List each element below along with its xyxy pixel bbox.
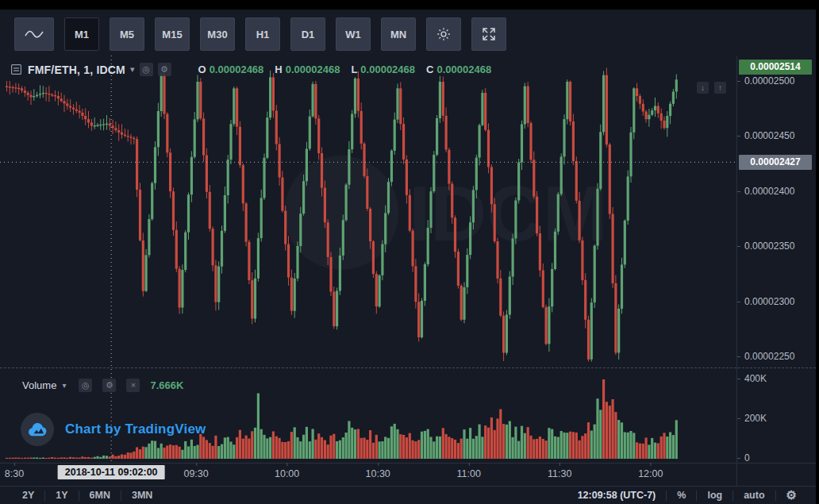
interval-button-d1[interactable]: D1 <box>290 17 325 51</box>
interval-button-mn[interactable]: MN <box>381 17 416 51</box>
percent-scale-button[interactable]: % <box>667 490 696 501</box>
pane-up-button[interactable]: ↑ <box>714 82 726 94</box>
tradingview-attribution: Chart by TradingView <box>21 413 206 446</box>
time-tick: 11:00 <box>457 468 481 479</box>
close-key: C <box>426 63 433 75</box>
interval-button-m1[interactable]: M1 <box>64 17 99 51</box>
price-tick: 0.00002400 <box>744 186 794 197</box>
range-button-1y[interactable]: 1Y <box>45 490 78 501</box>
price-tick: 0.00002500 <box>744 75 794 87</box>
bottom-gear-icon[interactable]: ⚙ <box>776 488 797 502</box>
line-chart-icon <box>24 29 44 40</box>
interval-button-m15[interactable]: M15 <box>155 17 190 51</box>
chart-settings-button[interactable] <box>426 17 461 51</box>
pane-down-button[interactable]: ↓ <box>697 82 709 94</box>
scale-controls: 12:09:58 (UTC-7) % log auto ⚙ <box>578 488 797 502</box>
price-tick: 0.00002300 <box>744 296 794 307</box>
time-tick: 11:30 <box>548 468 571 479</box>
symbol-dropdown-caret[interactable]: ▾ <box>130 64 135 75</box>
volume-dropdown-caret[interactable]: ▾ <box>62 381 66 390</box>
hide-series-icon[interactable]: ◎ <box>140 63 153 76</box>
high-value: 0.00002468 <box>286 63 340 75</box>
symbol-title[interactable]: FMF/ETH, 1, IDCM <box>28 63 125 76</box>
time-tick: 10:30 <box>366 468 390 479</box>
price-tick: 0.00002250 <box>744 351 794 362</box>
range-buttons: 2Y 1Y 6MN 3MN <box>22 490 163 501</box>
time-axis-separator <box>0 463 816 464</box>
open-key: O <box>198 63 206 75</box>
line-chart-style-button[interactable] <box>14 17 54 51</box>
range-button-3mn[interactable]: 3MN <box>121 490 163 501</box>
range-button-2y[interactable]: 2Y <box>22 490 44 501</box>
interval-button-m30[interactable]: M30 <box>200 17 235 51</box>
volume-settings-icon[interactable]: ⚙ <box>102 379 116 392</box>
time-tick: 10:00 <box>275 468 299 479</box>
range-button-6mn[interactable]: 6MN <box>79 490 121 501</box>
volume-close-icon[interactable]: × <box>126 379 140 392</box>
tradingview-attribution-link[interactable]: Chart by TradingView <box>65 421 206 437</box>
close-value: 0.00002468 <box>436 63 491 75</box>
ohlc-readout: O 0.00002468 H 0.00002468 L 0.00002468 C… <box>187 63 492 75</box>
log-scale-button[interactable]: log <box>697 490 732 501</box>
time-axis[interactable]: 8:30 09:30 10:00 10:30 11:00 11:30 12:00… <box>0 464 736 486</box>
volume-tick: 200K <box>744 413 767 424</box>
open-value: 0.00002468 <box>210 63 264 75</box>
fullscreen-button[interactable] <box>471 17 506 51</box>
clock-timezone-button[interactable]: 12:09:58 (UTC-7) <box>578 490 667 501</box>
volume-value: 7.666K <box>150 379 183 391</box>
low-key: L <box>351 63 357 75</box>
price-tick: 0.00002350 <box>744 240 794 252</box>
series-settings-icon[interactable]: ⚙ <box>158 63 171 76</box>
candlestick-chart-canvas[interactable]: IDCM <box>0 56 736 463</box>
volume-tick: 400K <box>744 373 767 384</box>
pane-separator[interactable] <box>0 367 816 368</box>
time-tick: 8:30 <box>5 468 24 479</box>
price-axis[interactable]: 0.00002514 0.00002427 0.00002500 0.00002… <box>737 56 816 463</box>
price-tick: 0.00002450 <box>744 130 794 141</box>
last-price-label: 0.00002514 <box>739 60 812 75</box>
chart-toolbar: M1 M5 M15 M30 H1 D1 W1 MN <box>14 17 506 51</box>
bottom-toolbar: 2Y 1Y 6MN 3MN 12:09:58 (UTC-7) % log aut… <box>0 487 816 504</box>
low-value: 0.00002468 <box>360 63 415 75</box>
auto-scale-button[interactable]: auto <box>733 490 775 501</box>
chart-legend: FMF/ETH, 1, IDCM ▾ ◎ ⚙ O 0.00002468 H 0.… <box>11 63 491 76</box>
interval-button-w1[interactable]: W1 <box>336 17 371 51</box>
high-key: H <box>275 63 282 75</box>
crosshair-time-label: 2018-10-11 09:02:00 <box>58 465 165 479</box>
volume-label[interactable]: Volume <box>22 379 56 391</box>
time-tick: 12:00 <box>638 468 663 479</box>
interval-button-h1[interactable]: H1 <box>245 17 280 51</box>
expand-arrows-icon <box>481 26 497 42</box>
volume-legend: Volume ▾ ◎ ⚙ × 7.666K <box>22 379 183 392</box>
collapse-pane-icon[interactable] <box>11 64 21 75</box>
volume-hide-icon[interactable]: ◎ <box>79 379 92 392</box>
volume-tick: 0 <box>744 452 750 464</box>
pane-controls: ↓ ↑ <box>697 82 726 94</box>
interval-button-m5[interactable]: M5 <box>110 17 144 51</box>
tradingview-logo-icon[interactable] <box>21 413 54 446</box>
gear-icon <box>435 25 452 43</box>
time-tick: 09:30 <box>183 468 208 479</box>
crosshair-price-label: 0.00002427 <box>739 155 812 170</box>
